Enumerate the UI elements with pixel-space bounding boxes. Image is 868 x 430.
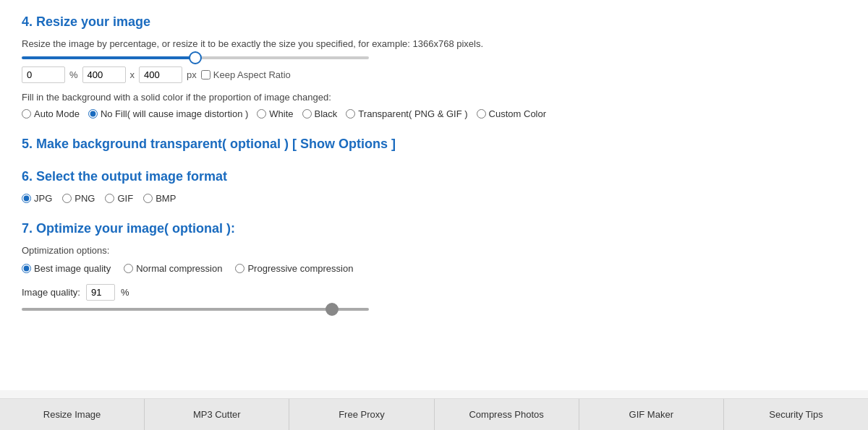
bg-black-radio[interactable] xyxy=(302,109,312,119)
bg-nofill[interactable]: No Fill( will cause image distortion ) xyxy=(88,108,248,119)
quality-label: Image quality: xyxy=(22,287,80,298)
bg-black[interactable]: Black xyxy=(302,108,338,119)
format-bmp[interactable]: BMP xyxy=(143,193,176,204)
resize-slider-container xyxy=(22,56,846,59)
height-input[interactable] xyxy=(139,66,182,83)
format-jpg[interactable]: JPG xyxy=(22,193,52,204)
opt-normal[interactable]: Normal compression xyxy=(124,263,222,274)
format-bmp-radio[interactable] xyxy=(143,194,153,203)
section-background: 5. Make background transparent( optional… xyxy=(22,137,846,152)
bg-custom-label: Custom Color xyxy=(489,108,546,119)
opt-progressive-label: Progressive compression xyxy=(247,263,353,274)
show-options-link[interactable]: [ Show Options ] xyxy=(292,137,396,151)
opt-best[interactable]: Best image quality xyxy=(22,263,111,274)
keep-aspect-text: Keep Aspect Ratio xyxy=(213,69,291,80)
format-gif-radio[interactable] xyxy=(105,194,114,203)
format-png-radio[interactable] xyxy=(62,194,72,203)
format-gif-label: GIF xyxy=(117,193,133,204)
section-resize-title: 4. Resize your image xyxy=(22,14,846,30)
opt-normal-radio[interactable] xyxy=(124,264,133,273)
quality-slider-container xyxy=(22,308,846,311)
percent-input[interactable] xyxy=(22,66,65,83)
bg-options-row: Auto Mode No Fill( will cause image dist… xyxy=(22,108,846,119)
bg-transparent[interactable]: Transparent( PNG & GIF ) xyxy=(346,108,467,119)
opt-progressive[interactable]: Progressive compression xyxy=(235,263,353,274)
bg-transparent-radio[interactable] xyxy=(346,109,355,119)
opt-row: Best image quality Normal compression Pr… xyxy=(22,263,846,274)
keep-aspect-checkbox[interactable] xyxy=(201,70,210,79)
fill-label: Fill in the background with a solid colo… xyxy=(22,92,846,103)
section-background-title-text: 5. Make background transparent( optional… xyxy=(22,137,289,151)
section-format: 6. Select the output image format JPG PN… xyxy=(22,169,846,204)
bg-black-label: Black xyxy=(315,108,338,119)
section-optimize-title: 7. Optimize your image( optional ): xyxy=(22,221,846,236)
bg-auto[interactable]: Auto Mode xyxy=(22,108,80,119)
bg-white-radio[interactable] xyxy=(257,109,266,119)
bg-white-label: White xyxy=(269,108,293,119)
format-jpg-label: JPG xyxy=(34,193,52,204)
x-label: x xyxy=(130,69,135,80)
bg-transparent-label: Transparent( PNG & GIF ) xyxy=(358,108,467,119)
percent-label: % xyxy=(69,69,78,80)
quality-slider[interactable] xyxy=(22,308,369,311)
opt-best-radio[interactable] xyxy=(22,264,31,273)
format-jpg-radio[interactable] xyxy=(22,194,31,203)
quality-input[interactable] xyxy=(86,284,115,301)
format-bmp-label: BMP xyxy=(156,193,176,204)
resize-description: Resize the image by percentage, or resiz… xyxy=(22,38,846,49)
px-label: px xyxy=(187,69,197,80)
opt-normal-label: Normal compression xyxy=(136,263,222,274)
quality-unit: % xyxy=(121,287,129,298)
format-gif[interactable]: GIF xyxy=(105,193,133,204)
bg-custom[interactable]: Custom Color xyxy=(477,108,546,119)
bg-custom-radio[interactable] xyxy=(477,109,486,119)
quality-row: Image quality: % xyxy=(22,284,846,301)
bg-auto-radio[interactable] xyxy=(22,109,31,119)
resize-slider[interactable] xyxy=(22,56,369,59)
keep-aspect-label[interactable]: Keep Aspect Ratio xyxy=(201,69,291,80)
section-background-title: 5. Make background transparent( optional… xyxy=(22,137,846,152)
format-row: JPG PNG GIF BMP xyxy=(22,193,846,204)
opt-label: Optimization options: xyxy=(22,245,846,256)
opt-progressive-radio[interactable] xyxy=(235,264,244,273)
format-png[interactable]: PNG xyxy=(62,193,95,204)
size-row: % x px Keep Aspect Ratio xyxy=(22,66,846,83)
section-resize: 4. Resize your image Resize the image by… xyxy=(22,14,846,119)
bg-white[interactable]: White xyxy=(257,108,293,119)
bg-nofill-label: No Fill( will cause image distortion ) xyxy=(101,108,248,119)
format-png-label: PNG xyxy=(75,193,95,204)
opt-best-label: Best image quality xyxy=(34,263,111,274)
section-optimize: 7. Optimize your image( optional ): Opti… xyxy=(22,221,846,311)
main-content: 4. Resize your image Resize the image by… xyxy=(0,0,868,390)
bg-auto-label: Auto Mode xyxy=(34,108,80,119)
section-format-title: 6. Select the output image format xyxy=(22,169,846,184)
width-input[interactable] xyxy=(82,66,126,83)
bg-nofill-radio[interactable] xyxy=(88,109,98,119)
